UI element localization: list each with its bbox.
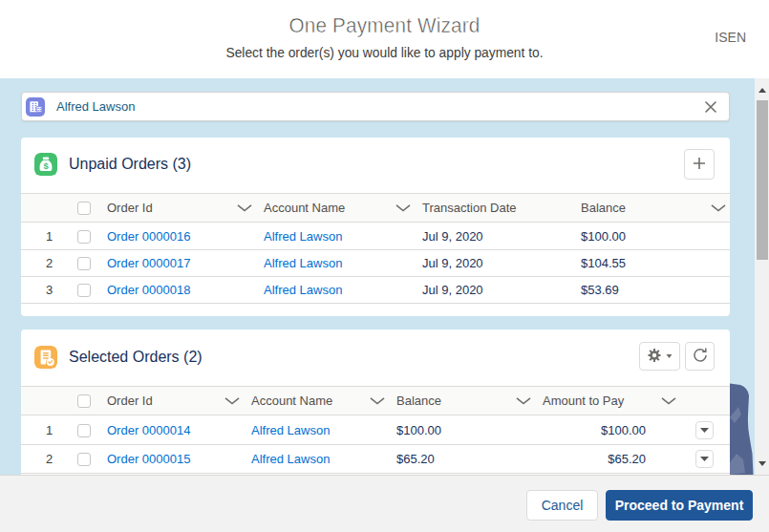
svg-text:$: $ xyxy=(43,160,49,171)
